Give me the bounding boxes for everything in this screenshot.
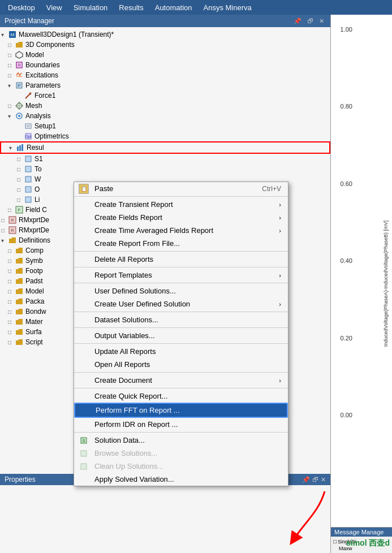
tree-item-analysis[interactable]: ▾ Analysis	[0, 111, 330, 121]
tree-label-fieldc: Field C	[25, 206, 47, 214]
tree-item-excitations[interactable]: □ Excitations	[0, 70, 330, 80]
tree-toggle-fieldc[interactable]: □	[8, 207, 15, 213]
ctx-cleanup-solutions: Clean Up Solutions...	[74, 460, 288, 473]
browse-icon	[79, 448, 89, 459]
ctx-create-time-avg-arrow: ›	[279, 227, 281, 234]
folder-icon-script	[15, 338, 24, 347]
tree-label-force1: Force1	[35, 92, 55, 100]
tree-item-setup1[interactable]: Setup1	[0, 121, 330, 131]
report-icon-l1	[24, 195, 33, 204]
ctx-create-fields[interactable]: Create Fields Report ›	[74, 211, 288, 224]
tree-item-optimetrics[interactable]: Opt Optimetrics	[0, 131, 330, 141]
y-label-2: 0.80	[341, 103, 352, 110]
tree-toggle-mesh[interactable]: □	[8, 103, 15, 109]
props-close-button[interactable]: ✕	[321, 476, 326, 483]
rmxprt2-icon: R	[8, 226, 17, 235]
tree-item-t1[interactable]: □ To	[0, 164, 330, 174]
tree-toggle-script[interactable]: □	[8, 339, 15, 345]
excitations-icon	[15, 71, 24, 80]
tree-toggle-padst[interactable]: □	[8, 278, 15, 284]
tree-item-parameters[interactable]: ▾ P Parameters	[0, 80, 330, 90]
analysis-icon	[15, 111, 24, 120]
menu-desktop[interactable]: Desktop	[2, 2, 41, 13]
optimetrics-icon: Opt	[24, 132, 33, 141]
tree-toggle-w1[interactable]: □	[17, 176, 24, 183]
tree-item-boundaries[interactable]: □ Boundaries	[0, 60, 330, 70]
tree-toggle-comp[interactable]: □	[8, 248, 15, 254]
tree-item-force1[interactable]: Force1	[0, 90, 330, 101]
ctx-create-transient[interactable]: Create Transient Report ›	[74, 198, 288, 211]
tree-toggle-3dcomponents[interactable]: □	[8, 42, 15, 48]
tree-toggle-surfa[interactable]: □	[8, 329, 15, 335]
tree-toggle-packa[interactable]: □	[8, 299, 15, 305]
tree-item-3dcomponents[interactable]: □ 3D Components	[0, 40, 330, 50]
svg-rect-20	[19, 145, 21, 151]
ctx-report-templates[interactable]: Report Templates ›	[74, 269, 288, 282]
tree-toggle-model2[interactable]: □	[8, 288, 15, 295]
tree-toggle-excitations[interactable]: □	[8, 72, 15, 79]
tree-label-setup1: Setup1	[35, 122, 56, 130]
ctx-perform-idr[interactable]: Perform IDR on Report ...	[74, 418, 288, 431]
ctx-create-user-defined[interactable]: Create User Defined Solution ›	[74, 297, 288, 310]
ctx-update-all[interactable]: Update All Reports	[74, 345, 288, 358]
tree-toggle-symb[interactable]: □	[8, 258, 15, 264]
menu-simulation[interactable]: Simulation	[68, 2, 114, 13]
tree-item-mesh[interactable]: □ Mesh	[0, 101, 330, 111]
msg-title-label: Message Manage	[334, 529, 384, 535]
expand-icon-msg1[interactable]: □	[333, 538, 337, 545]
tree-item-s1[interactable]: □ S1	[0, 154, 330, 164]
props-float-button[interactable]: 🗗	[312, 476, 318, 483]
tree-toggle-s1[interactable]: □	[17, 156, 24, 162]
menu-results[interactable]: Results	[113, 2, 149, 13]
tree-label-packa: Packa	[25, 297, 44, 305]
svg-rect-14	[25, 124, 31, 128]
ctx-output-variables[interactable]: Output Variables...	[74, 329, 288, 342]
tree-toggle-l1[interactable]: □	[17, 197, 24, 203]
tree-toggle-o1[interactable]: □	[17, 187, 24, 193]
menu-ansys-minerva[interactable]: Ansys Minerva	[197, 2, 257, 13]
ctx-create-from-file[interactable]: Create Report From File...	[74, 237, 288, 250]
pin-button[interactable]: 📌	[292, 18, 303, 25]
tree-toggle-parameters[interactable]: ▾	[8, 83, 15, 89]
tree-toggle-rmxprt2[interactable]: □	[1, 227, 8, 234]
tree-item-maxwell3d[interactable]: ▾ M Maxwell3DDesign1 (Transient)*	[0, 29, 330, 40]
ctx-paste[interactable]: 📋 Paste Ctrl+V	[74, 182, 288, 195]
menu-automation[interactable]: Automation	[149, 2, 198, 13]
tree-item-results[interactable]: ▾ Resul	[0, 141, 330, 154]
boundaries-icon	[15, 61, 24, 70]
ctx-sep2	[74, 251, 288, 252]
ctx-solution-data[interactable]: S Solution Data...	[74, 434, 288, 447]
tree-toggle-mater[interactable]: □	[8, 319, 15, 325]
ctx-perform-fft[interactable]: Perform FFT on Report ...	[74, 403, 288, 418]
tree-toggle-maxwell3d[interactable]: ▾	[1, 32, 8, 38]
tree-toggle-t1[interactable]: □	[17, 166, 24, 172]
ctx-delete-all[interactable]: Delete All Reports	[74, 253, 288, 266]
y-axis-title: InducedVoltage(PhaseA)-InducedVoltage(Ph…	[383, 221, 389, 347]
tree-toggle-footp[interactable]: □	[8, 268, 15, 274]
solution-icon: S	[79, 435, 89, 446]
ctx-create-quick[interactable]: Create Quick Report...	[74, 390, 288, 403]
tree-toggle-bondw[interactable]: □	[8, 309, 15, 315]
tree-toggle-rmxprt1[interactable]: □	[1, 217, 8, 223]
right-panel: 1.00 0.80 0.60 0.40 0.20 0.00 InducedVol…	[331, 15, 392, 553]
tree-toggle-results[interactable]: ▾	[9, 145, 16, 151]
tree-toggle-analysis[interactable]: ▾	[8, 113, 15, 119]
ctx-apply-solved-label: Apply Solved Variation...	[94, 475, 174, 483]
ctx-create-time-avg[interactable]: Create Time Averaged Fields Report ›	[74, 224, 288, 237]
ctx-open-all[interactable]: Open All Reports	[74, 358, 288, 371]
menu-view[interactable]: View	[41, 2, 68, 13]
ctx-browse-solutions-label: Browse Solutions...	[94, 449, 157, 457]
svg-rect-24	[25, 176, 31, 182]
props-pin-button[interactable]: 📌	[302, 476, 310, 483]
close-panel-button[interactable]: ✕	[317, 18, 326, 25]
ctx-create-document[interactable]: Create Document ›	[74, 374, 288, 387]
ctx-dataset-solutions[interactable]: Dataset Solutions...	[74, 313, 288, 326]
ctx-apply-solved[interactable]: Apply Solved Variation...	[74, 473, 288, 486]
ctx-user-defined-sol[interactable]: User Defined Solutions...	[74, 284, 288, 297]
tree-toggle-model[interactable]: □	[8, 52, 15, 58]
tree-label-maxwell3d: Maxwell3DDesign1 (Transient)*	[19, 31, 114, 38]
tree-toggle-boundaries[interactable]: □	[8, 62, 15, 68]
float-button[interactable]: 🗗	[305, 18, 315, 25]
tree-toggle-definitions[interactable]: ▾	[1, 237, 8, 244]
tree-item-model[interactable]: □ Model	[0, 50, 330, 60]
